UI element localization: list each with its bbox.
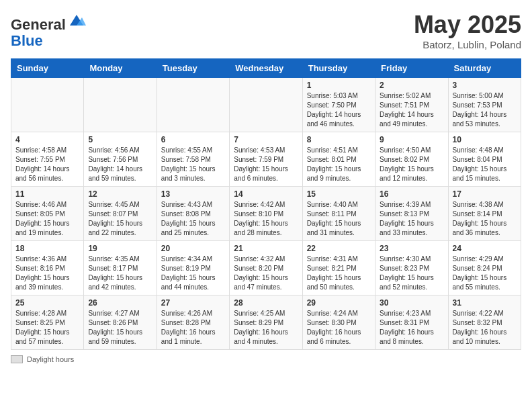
calendar-cell: 21Sunrise: 4:32 AM Sunset: 8:20 PM Dayli… <box>230 241 302 295</box>
calendar-week-0: 1Sunrise: 5:03 AM Sunset: 7:50 PM Daylig… <box>11 78 521 132</box>
day-info: Sunrise: 4:28 AM Sunset: 8:25 PM Dayligh… <box>15 309 79 347</box>
day-info: Sunrise: 4:56 AM Sunset: 7:56 PM Dayligh… <box>88 146 152 183</box>
calendar-cell: 1Sunrise: 5:03 AM Sunset: 7:50 PM Daylig… <box>302 78 375 132</box>
day-info: Sunrise: 4:22 AM Sunset: 8:32 PM Dayligh… <box>453 309 517 347</box>
calendar-cell: 16Sunrise: 4:39 AM Sunset: 8:13 PM Dayli… <box>375 187 448 241</box>
day-info: Sunrise: 4:31 AM Sunset: 8:21 PM Dayligh… <box>307 255 371 292</box>
day-number: 22 <box>307 244 371 253</box>
day-number: 11 <box>15 189 79 199</box>
calendar-weekday-saturday: Saturday <box>448 59 521 78</box>
footer-box <box>11 355 23 363</box>
day-number: 29 <box>307 298 371 308</box>
header: General Blue May 2025 Batorz, Lublin, Po… <box>11 11 521 50</box>
page-container: General Blue May 2025 Batorz, Lublin, Po… <box>11 11 521 363</box>
calendar-cell: 20Sunrise: 4:34 AM Sunset: 8:19 PM Dayli… <box>157 241 229 295</box>
day-number: 12 <box>88 189 152 199</box>
day-number: 23 <box>380 244 443 253</box>
day-info: Sunrise: 4:35 AM Sunset: 8:17 PM Dayligh… <box>88 255 152 292</box>
calendar-week-2: 11Sunrise: 4:46 AM Sunset: 8:05 PM Dayli… <box>11 187 521 241</box>
calendar-cell: 27Sunrise: 4:26 AM Sunset: 8:28 PM Dayli… <box>157 295 229 350</box>
calendar-cell: 17Sunrise: 4:38 AM Sunset: 8:14 PM Dayli… <box>448 187 521 241</box>
calendar-cell: 31Sunrise: 4:22 AM Sunset: 8:32 PM Dayli… <box>448 295 521 350</box>
footer-label: Daylight hours <box>27 355 74 363</box>
calendar-week-3: 18Sunrise: 4:36 AM Sunset: 8:16 PM Dayli… <box>11 241 521 295</box>
calendar-cell: 4Sunrise: 4:58 AM Sunset: 7:55 PM Daylig… <box>11 132 84 187</box>
day-info: Sunrise: 4:51 AM Sunset: 8:01 PM Dayligh… <box>307 146 371 183</box>
calendar-cell: 14Sunrise: 4:42 AM Sunset: 8:10 PM Dayli… <box>230 187 302 241</box>
calendar-cell: 13Sunrise: 4:43 AM Sunset: 8:08 PM Dayli… <box>157 187 229 241</box>
day-number: 27 <box>161 298 225 308</box>
calendar-cell: 29Sunrise: 4:24 AM Sunset: 8:30 PM Dayli… <box>302 295 375 350</box>
calendar-cell: 15Sunrise: 4:40 AM Sunset: 8:11 PM Dayli… <box>302 187 375 241</box>
day-info: Sunrise: 4:45 AM Sunset: 8:07 PM Dayligh… <box>88 200 152 238</box>
calendar-weekday-tuesday: Tuesday <box>157 59 229 78</box>
day-number: 21 <box>234 244 298 253</box>
day-info: Sunrise: 4:26 AM Sunset: 8:28 PM Dayligh… <box>161 309 225 347</box>
day-number: 14 <box>234 189 298 199</box>
day-info: Sunrise: 4:29 AM Sunset: 8:24 PM Dayligh… <box>453 255 517 292</box>
calendar-cell: 19Sunrise: 4:35 AM Sunset: 8:17 PM Dayli… <box>84 241 157 295</box>
day-number: 5 <box>88 135 152 144</box>
calendar-weekday-wednesday: Wednesday <box>230 59 302 78</box>
calendar-cell: 26Sunrise: 4:27 AM Sunset: 8:26 PM Dayli… <box>84 295 157 350</box>
calendar-cell: 9Sunrise: 4:50 AM Sunset: 8:02 PM Daylig… <box>375 132 448 187</box>
calendar-cell: 25Sunrise: 4:28 AM Sunset: 8:25 PM Dayli… <box>11 295 84 350</box>
calendar-cell: 8Sunrise: 4:51 AM Sunset: 8:01 PM Daylig… <box>302 132 375 187</box>
day-info: Sunrise: 5:00 AM Sunset: 7:53 PM Dayligh… <box>453 91 517 129</box>
day-number: 31 <box>453 298 517 308</box>
logo-text: General Blue <box>11 11 86 49</box>
day-number: 8 <box>307 135 371 144</box>
logo-blue: Blue <box>11 32 43 49</box>
day-info: Sunrise: 4:46 AM Sunset: 8:05 PM Dayligh… <box>15 200 79 238</box>
calendar-cell: 23Sunrise: 4:30 AM Sunset: 8:23 PM Dayli… <box>375 241 448 295</box>
calendar-week-4: 25Sunrise: 4:28 AM Sunset: 8:25 PM Dayli… <box>11 295 521 350</box>
day-number: 15 <box>307 189 371 199</box>
footer: Daylight hours <box>11 355 521 363</box>
day-number: 30 <box>380 298 443 308</box>
calendar-cell <box>84 78 157 132</box>
day-info: Sunrise: 4:55 AM Sunset: 7:58 PM Dayligh… <box>161 146 225 183</box>
calendar-cell: 2Sunrise: 5:02 AM Sunset: 7:51 PM Daylig… <box>375 78 448 132</box>
day-number: 25 <box>15 298 79 308</box>
day-number: 9 <box>380 135 443 144</box>
calendar-cell: 7Sunrise: 4:53 AM Sunset: 7:59 PM Daylig… <box>230 132 302 187</box>
calendar-cell: 11Sunrise: 4:46 AM Sunset: 8:05 PM Dayli… <box>11 187 84 241</box>
day-info: Sunrise: 4:40 AM Sunset: 8:11 PM Dayligh… <box>307 200 371 238</box>
day-info: Sunrise: 4:27 AM Sunset: 8:26 PM Dayligh… <box>88 309 152 347</box>
calendar-weekday-thursday: Thursday <box>302 59 375 78</box>
day-number: 7 <box>234 135 298 144</box>
day-info: Sunrise: 4:25 AM Sunset: 8:29 PM Dayligh… <box>234 309 298 347</box>
day-info: Sunrise: 4:48 AM Sunset: 8:04 PM Dayligh… <box>453 146 517 183</box>
calendar-cell: 12Sunrise: 4:45 AM Sunset: 8:07 PM Dayli… <box>84 187 157 241</box>
day-info: Sunrise: 5:02 AM Sunset: 7:51 PM Dayligh… <box>380 91 443 129</box>
day-info: Sunrise: 4:23 AM Sunset: 8:31 PM Dayligh… <box>380 309 443 347</box>
day-info: Sunrise: 4:32 AM Sunset: 8:20 PM Dayligh… <box>234 255 298 292</box>
calendar-weekday-monday: Monday <box>84 59 157 78</box>
calendar-header-row: SundayMondayTuesdayWednesdayThursdayFrid… <box>11 59 521 78</box>
month-title: May 2025 <box>414 11 521 39</box>
day-number: 19 <box>88 244 152 253</box>
day-info: Sunrise: 4:42 AM Sunset: 8:10 PM Dayligh… <box>234 200 298 238</box>
calendar-cell <box>230 78 302 132</box>
calendar-cell <box>11 78 84 132</box>
day-number: 28 <box>234 298 298 308</box>
day-info: Sunrise: 4:38 AM Sunset: 8:14 PM Dayligh… <box>453 200 517 238</box>
day-number: 2 <box>380 81 443 90</box>
day-info: Sunrise: 4:58 AM Sunset: 7:55 PM Dayligh… <box>15 146 79 183</box>
calendar-cell: 10Sunrise: 4:48 AM Sunset: 8:04 PM Dayli… <box>448 132 521 187</box>
day-number: 16 <box>380 189 443 199</box>
day-number: 6 <box>161 135 225 144</box>
calendar-cell: 28Sunrise: 4:25 AM Sunset: 8:29 PM Dayli… <box>230 295 302 350</box>
day-number: 17 <box>453 189 517 199</box>
day-info: Sunrise: 4:24 AM Sunset: 8:30 PM Dayligh… <box>307 309 371 347</box>
day-info: Sunrise: 4:39 AM Sunset: 8:13 PM Dayligh… <box>380 200 443 238</box>
calendar-cell <box>157 78 229 132</box>
logo-general: General <box>11 16 66 33</box>
day-number: 10 <box>453 135 517 144</box>
day-info: Sunrise: 4:53 AM Sunset: 7:59 PM Dayligh… <box>234 146 298 183</box>
day-number: 20 <box>161 244 225 253</box>
calendar-cell: 18Sunrise: 4:36 AM Sunset: 8:16 PM Dayli… <box>11 241 84 295</box>
calendar-weekday-friday: Friday <box>375 59 448 78</box>
day-number: 4 <box>15 135 79 144</box>
day-info: Sunrise: 4:43 AM Sunset: 8:08 PM Dayligh… <box>161 200 225 238</box>
